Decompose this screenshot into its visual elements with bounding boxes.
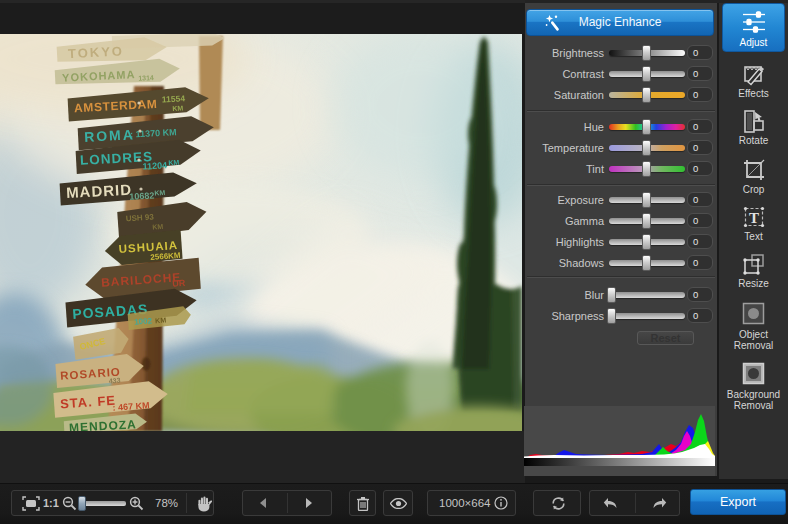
svg-text:KM: KM [172, 104, 183, 112]
svg-text:1002: 1002 [134, 316, 153, 326]
svg-text:MENDOZA: MENDOZA [69, 417, 137, 431]
svg-text:T: T [748, 210, 758, 226]
svg-text:KM: KM [152, 223, 164, 231]
svg-text:433: 433 [108, 377, 120, 385]
svg-text:11204: 11204 [142, 160, 167, 171]
svg-text:TOKYO: TOKYO [68, 43, 125, 61]
svg-text:KM: KM [154, 189, 165, 197]
svg-text:KM: KM [155, 316, 167, 324]
svg-text:MADRID: MADRID [66, 181, 133, 201]
svg-text:1314: 1314 [138, 74, 154, 82]
svg-text:11554: 11554 [162, 93, 186, 104]
svg-text:UR: UR [172, 278, 186, 289]
svg-text:10682: 10682 [129, 190, 155, 201]
svg-text:ROMA: ROMA [84, 126, 136, 145]
svg-text:KM: KM [168, 159, 179, 167]
